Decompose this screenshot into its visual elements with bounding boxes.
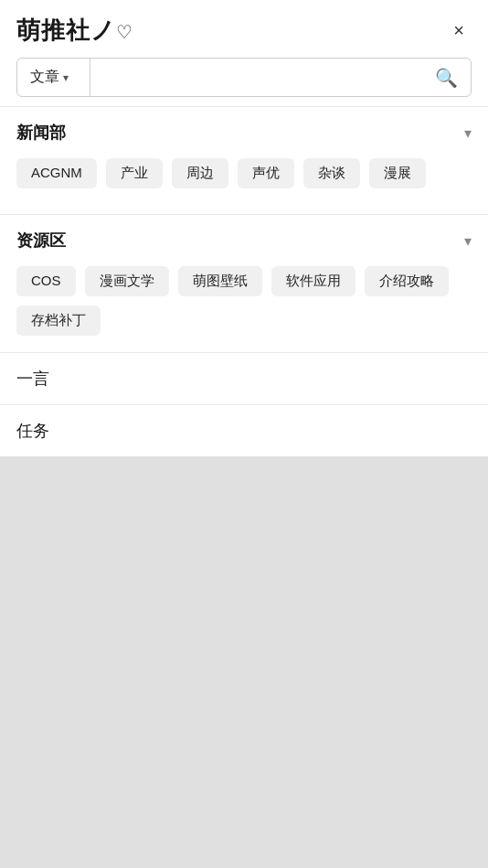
tag-guide[interactable]: 介绍攻略 [365, 266, 449, 296]
tag-misc-talk[interactable]: 杂谈 [303, 158, 360, 188]
news-tags: ACGNM 产业 周边 声优 杂谈 漫展 [0, 155, 488, 205]
search-input[interactable] [90, 60, 422, 94]
tag-voice-actor[interactable]: 声优 [238, 158, 294, 188]
logo-main-text: 萌推社 [16, 16, 90, 44]
tag-manga-lit[interactable]: 漫画文学 [85, 266, 169, 296]
section-resources-header[interactable]: 资源区 ▾ [0, 215, 488, 263]
logo-heart: ♡ [116, 22, 133, 42]
header: 萌推社ノ♡ × [0, 0, 488, 58]
search-category-select[interactable]: 文章 ▾ [17, 59, 90, 96]
tag-archive-patch[interactable]: 存档补丁 [16, 305, 101, 336]
search-bar: 文章 ▾ 🔍 [16, 58, 472, 97]
section-news-chevron-icon: ▾ [464, 124, 472, 142]
section-resources: 资源区 ▾ COS 漫画文学 萌图壁纸 软件应用 介绍攻略 存档补丁 [0, 214, 488, 352]
search-select-label: 文章 [30, 68, 59, 87]
section-news-title: 新闻部 [16, 122, 66, 144]
close-button[interactable]: × [446, 18, 472, 44]
logo-suffix: ノ [90, 16, 116, 44]
tag-wallpaper[interactable]: 萌图壁纸 [178, 266, 262, 296]
bottom-gray-area [0, 456, 488, 841]
tag-peripheral[interactable]: 周边 [172, 158, 228, 188]
tag-expo[interactable]: 漫展 [369, 158, 426, 188]
resources-tags: COS 漫画文学 萌图壁纸 软件应用 介绍攻略 存档补丁 [0, 263, 488, 352]
section-news-header[interactable]: 新闻部 ▾ [0, 107, 488, 155]
chevron-down-icon: ▾ [63, 71, 69, 84]
section-resources-chevron-icon: ▾ [464, 232, 472, 250]
menu-item-tasks[interactable]: 任务 [0, 404, 488, 456]
section-news: 新闻部 ▾ ACGNM 产业 周边 声优 杂谈 漫展 [0, 106, 488, 205]
search-button[interactable]: 🔍 [422, 59, 471, 96]
logo: 萌推社ノ♡ [16, 15, 133, 47]
section-resources-title: 资源区 [16, 230, 66, 252]
tag-software[interactable]: 软件应用 [271, 266, 355, 296]
tag-cos[interactable]: COS [16, 266, 76, 296]
tag-acgnm[interactable]: ACGNM [16, 158, 97, 188]
search-icon: 🔍 [435, 67, 458, 89]
menu-item-yiyan[interactable]: 一言 [0, 352, 488, 404]
tag-industry[interactable]: 产业 [106, 158, 163, 188]
